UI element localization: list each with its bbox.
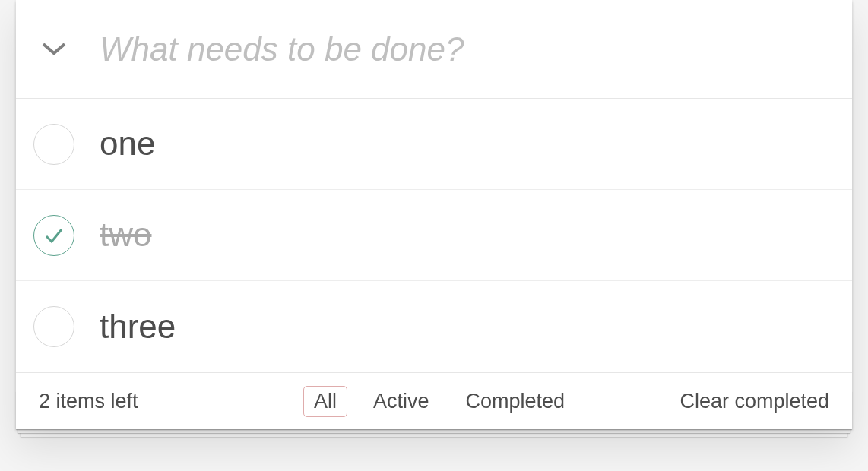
todo-label[interactable]: one (92, 112, 852, 175)
todo-item: two (16, 190, 852, 281)
toggle-checkbox[interactable] (16, 190, 92, 280)
todo-label[interactable]: two (92, 204, 852, 267)
filter-list: All Active Completed (303, 386, 575, 417)
clear-completed-button[interactable]: Clear completed (680, 390, 829, 413)
new-todo-input[interactable] (92, 14, 852, 85)
todo-item: one (16, 99, 852, 190)
toggle-checkbox[interactable] (16, 99, 92, 189)
todo-app: one two three 2 it (16, 0, 852, 429)
chevron-down-icon (40, 41, 68, 58)
toggle-all-button[interactable] (16, 0, 92, 98)
filter-active[interactable]: Active (363, 386, 440, 417)
filter-completed[interactable]: Completed (455, 386, 576, 417)
header (16, 0, 852, 99)
circle-icon (33, 215, 74, 256)
filter-all[interactable]: All (303, 386, 347, 417)
circle-icon (33, 306, 74, 347)
todo-count: 2 items left (39, 390, 138, 413)
circle-icon (33, 124, 74, 165)
footer: 2 items left All Active Completed Clear … (16, 372, 852, 429)
todo-label[interactable]: three (92, 296, 852, 359)
check-icon (43, 224, 65, 247)
todo-item: three (16, 281, 852, 372)
todo-list: one two three (16, 99, 852, 372)
toggle-checkbox[interactable] (16, 281, 92, 372)
